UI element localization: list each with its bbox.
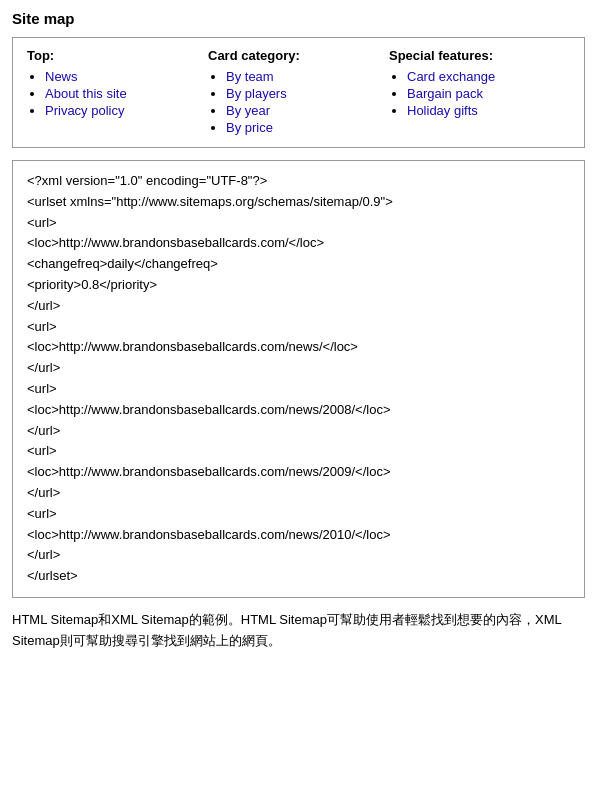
xml-line-16: </url>	[27, 483, 570, 504]
xml-line-19: </url>	[27, 545, 570, 566]
page-title: Site map	[12, 10, 585, 27]
xml-line-11: <url>	[27, 379, 570, 400]
xml-line-5: <changefreq>daily</changefreq>	[27, 254, 570, 275]
sitemap-column-top: Top: News About this site Privacy policy	[27, 48, 208, 137]
special-features-header: Special features:	[389, 48, 570, 63]
list-item: By year	[226, 103, 389, 118]
xml-line-2: <urlset xmlns="http://www.sitemaps.org/s…	[27, 192, 570, 213]
sitemap-box: Top: News About this site Privacy policy…	[12, 37, 585, 148]
privacy-link[interactable]: Privacy policy	[45, 103, 124, 118]
xml-line-4: <loc>http://www.brandonsbaseballcards.co…	[27, 233, 570, 254]
xml-line-14: <url>	[27, 441, 570, 462]
list-item: News	[45, 69, 208, 84]
xml-line-7: </url>	[27, 296, 570, 317]
xml-line-12: <loc>http://www.brandonsbaseballcards.co…	[27, 400, 570, 421]
list-item: By price	[226, 120, 389, 135]
list-item: Bargain pack	[407, 86, 570, 101]
holiday-gifts-link[interactable]: Holiday gifts	[407, 103, 478, 118]
list-item: Holiday gifts	[407, 103, 570, 118]
by-price-link[interactable]: By price	[226, 120, 273, 135]
about-link[interactable]: About this site	[45, 86, 127, 101]
list-item: Privacy policy	[45, 103, 208, 118]
list-item: By players	[226, 86, 389, 101]
news-link[interactable]: News	[45, 69, 78, 84]
xml-box: <?xml version="1.0" encoding="UTF-8"?> <…	[12, 160, 585, 598]
page-wrapper: Site map Top: News About this site Priva…	[0, 0, 597, 662]
xml-line-18: <loc>http://www.brandonsbaseballcards.co…	[27, 525, 570, 546]
xml-line-6: <priority>0.8</priority>	[27, 275, 570, 296]
card-category-header: Card category:	[208, 48, 389, 63]
xml-line-10: </url>	[27, 358, 570, 379]
list-item: About this site	[45, 86, 208, 101]
xml-line-3: <url>	[27, 213, 570, 234]
list-item: By team	[226, 69, 389, 84]
card-exchange-link[interactable]: Card exchange	[407, 69, 495, 84]
sitemap-column-special: Special features: Card exchange Bargain …	[389, 48, 570, 137]
top-label: Top:	[27, 48, 208, 63]
xml-line-15: <loc>http://www.brandonsbaseballcards.co…	[27, 462, 570, 483]
xml-line-9: <loc>http://www.brandonsbaseballcards.co…	[27, 337, 570, 358]
sitemap-columns: Top: News About this site Privacy policy…	[27, 48, 570, 137]
by-year-link[interactable]: By year	[226, 103, 270, 118]
sitemap-column-card: Card category: By team By players By yea…	[208, 48, 389, 137]
xml-line-17: <url>	[27, 504, 570, 525]
by-team-link[interactable]: By team	[226, 69, 274, 84]
by-players-link[interactable]: By players	[226, 86, 287, 101]
bargain-pack-link[interactable]: Bargain pack	[407, 86, 483, 101]
list-item: Card exchange	[407, 69, 570, 84]
xml-line-8: <url>	[27, 317, 570, 338]
xml-line-1: <?xml version="1.0" encoding="UTF-8"?>	[27, 171, 570, 192]
xml-line-13: </url>	[27, 421, 570, 442]
footer-text: HTML Sitemap和XML Sitemap的範例。HTML Sitemap…	[12, 610, 585, 652]
card-category-list: By team By players By year By price	[208, 69, 389, 135]
xml-line-20: </urlset>	[27, 566, 570, 587]
top-links-list: News About this site Privacy policy	[27, 69, 208, 118]
special-features-list: Card exchange Bargain pack Holiday gifts	[389, 69, 570, 118]
